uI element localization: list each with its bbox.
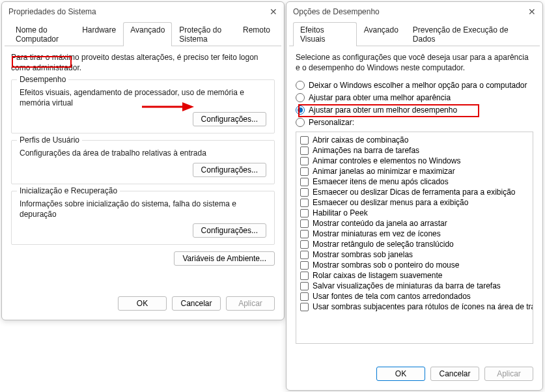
footer: OK Cancelar Aplicar xyxy=(2,290,284,320)
radio-icon xyxy=(296,81,305,90)
ok-button[interactable]: OK xyxy=(376,367,425,381)
check-row[interactable]: Esmaecer ou deslizar Dicas de ferramenta… xyxy=(299,187,530,197)
apply-button[interactable]: Aplicar xyxy=(484,367,533,381)
tab-visual-effects[interactable]: Efeitos Visuais xyxy=(293,22,357,46)
tab-system-protection[interactable]: Proteção do Sistema xyxy=(172,22,236,46)
check-label: Usar sombras subjacentes para rótulos de… xyxy=(313,302,533,311)
check-label: Habilitar o Peek xyxy=(313,208,368,217)
tab-advanced[interactable]: Avançado xyxy=(357,22,406,46)
tab-advanced[interactable]: Avançado xyxy=(123,22,172,46)
check-label: Animar janelas ao minimizar e maximizar xyxy=(313,167,455,176)
check-row[interactable]: Usar sombras subjacentes para rótulos de… xyxy=(299,301,530,312)
performance-desc: Efeitos visuais, agendamento de processa… xyxy=(20,88,266,108)
check-label: Mostrar miniaturas em vez de ícones xyxy=(313,229,441,238)
close-icon[interactable]: ✕ xyxy=(528,8,536,16)
radio-icon xyxy=(296,105,305,115)
user-profiles-settings-button[interactable]: Configurações... xyxy=(193,163,266,177)
user-profiles-title: Perfis de Usuário xyxy=(17,135,82,145)
check-label: Usar fontes de tela com cantos arredonda… xyxy=(313,292,471,301)
tab-hardware[interactable]: Hardware xyxy=(75,22,123,46)
checkbox-icon xyxy=(300,157,309,165)
titlebar: Opções de Desempenho ✕ xyxy=(286,2,542,21)
system-properties-window: Propriedades do Sistema ✕ Nome do Comput… xyxy=(1,1,285,320)
window-title: Propriedades do Sistema xyxy=(8,7,96,16)
check-row[interactable]: Mostrar conteúdo da janela ao arrastar xyxy=(299,218,530,229)
checkbox-icon xyxy=(300,209,309,217)
check-row[interactable]: Mostrar miniaturas em vez de ícones xyxy=(299,229,530,239)
checkbox-icon xyxy=(300,219,309,228)
check-row[interactable]: Esmaecer ou deslizar menus para a exibiç… xyxy=(299,197,530,208)
check-label: Animações na barra de tarefas xyxy=(313,146,419,155)
checkbox-icon xyxy=(300,199,309,207)
radio-label: Ajustar para obter um melhor desempenho xyxy=(309,105,457,115)
check-row[interactable]: Rolar caixas de listagem suavemente xyxy=(299,270,530,281)
check-row[interactable]: Usar fontes de tela com cantos arredonda… xyxy=(299,291,530,301)
check-label: Animar controles e elementos no Windows xyxy=(313,156,460,165)
radio-label: Ajustar para obter uma melhor aparência xyxy=(309,93,451,102)
visual-effects-checklist[interactable]: Abrir caixas de combinaçãoAnimações na b… xyxy=(296,132,533,344)
check-row[interactable]: Esmaecer itens de menu após clicados xyxy=(299,176,530,187)
instructions: Selecione as configurações que você dese… xyxy=(296,53,533,73)
performance-settings-button[interactable]: Configurações... xyxy=(193,112,266,126)
check-row[interactable]: Animar janelas ao minimizar e maximizar xyxy=(299,166,530,176)
startup-recovery-desc: Informações sobre inicialização do siste… xyxy=(20,199,266,219)
radio-label: Deixar o Windows escolher a melhor opção… xyxy=(309,81,527,90)
tab-dep[interactable]: Prevenção de Execução de Dados xyxy=(406,22,536,46)
check-label: Rolar caixas de listagem suavemente xyxy=(313,271,442,280)
radio-custom[interactable]: Personalizar: xyxy=(296,117,533,129)
radio-label: Personalizar: xyxy=(309,118,354,127)
checkbox-icon xyxy=(300,282,309,290)
ok-button[interactable]: OK xyxy=(118,296,167,311)
admin-note: Para tirar o máximo proveito destas alte… xyxy=(11,53,275,73)
checkbox-icon xyxy=(300,136,309,145)
checkbox-icon xyxy=(300,230,309,238)
body: Selecione as configurações que você dese… xyxy=(286,46,542,350)
check-row[interactable]: Animações na barra de tarefas xyxy=(299,145,530,156)
cancel-button[interactable]: Cancelar xyxy=(172,296,221,311)
tabs: Nome do Computador Hardware Avançado Pro… xyxy=(5,21,281,46)
tab-remote[interactable]: Remoto xyxy=(236,22,277,46)
check-label: Esmaecer ou deslizar menus para a exibiç… xyxy=(313,198,468,207)
checkbox-icon xyxy=(300,272,309,280)
startup-recovery-settings-button[interactable]: Configurações... xyxy=(193,223,266,238)
performance-options-window: Opções de Desempenho ✕ Efeitos Visuais A… xyxy=(286,1,543,391)
radio-icon xyxy=(296,118,305,127)
radio-best-performance[interactable]: Ajustar para obter um melhor desempenho xyxy=(296,104,533,117)
check-row[interactable]: Animar controles e elementos no Windows xyxy=(299,156,530,166)
radio-icon xyxy=(296,93,305,102)
footer: OK Cancelar Aplicar xyxy=(286,360,542,390)
radio-list: Deixar o Windows escolher a melhor opção… xyxy=(296,79,533,129)
checkbox-icon xyxy=(300,251,309,259)
radio-let-windows-choose[interactable]: Deixar o Windows escolher a melhor opção… xyxy=(296,79,533,92)
cancel-button[interactable]: Cancelar xyxy=(430,367,479,381)
performance-group: Desempenho Efeitos visuais, agendamento … xyxy=(11,79,275,133)
check-row[interactable]: Abrir caixas de combinação xyxy=(299,135,530,145)
check-row[interactable]: Habilitar o Peek xyxy=(299,208,530,218)
check-label: Mostrar sombras sob o ponteiro do mouse xyxy=(313,260,459,270)
check-label: Mostrar retângulo de seleção translúcido xyxy=(313,240,454,249)
startup-recovery-group: Inicialização e Recuperação Informações … xyxy=(11,191,275,245)
check-row[interactable]: Salvar visualizações de miniaturas da ba… xyxy=(299,281,530,291)
performance-title: Desempenho xyxy=(17,75,68,84)
titlebar: Propriedades do Sistema ✕ xyxy=(2,2,284,21)
checkbox-icon xyxy=(300,261,309,270)
check-label: Esmaecer ou deslizar Dicas de ferramenta… xyxy=(313,188,515,197)
checkbox-icon xyxy=(300,303,309,311)
environment-variables-button[interactable]: Variáveis de Ambiente... xyxy=(174,251,275,266)
tab-computer-name[interactable]: Nome do Computador xyxy=(8,22,75,46)
check-label: Salvar visualizações de miniaturas da ba… xyxy=(313,281,501,290)
startup-recovery-title: Inicialização e Recuperação xyxy=(17,186,120,195)
close-icon[interactable]: ✕ xyxy=(270,8,277,16)
radio-best-appearance[interactable]: Ajustar para obter uma melhor aparência xyxy=(296,92,533,104)
check-row[interactable]: Mostrar sombras sob o ponteiro do mouse xyxy=(299,260,530,270)
user-profiles-group: Perfis de Usuário Configurações da área … xyxy=(11,140,275,184)
tabs: Efeitos Visuais Avançado Prevenção de Ex… xyxy=(289,21,540,46)
body: Para tirar o máximo proveito destas alte… xyxy=(2,46,284,272)
check-row[interactable]: Mostrar retângulo de seleção translúcido xyxy=(299,239,530,249)
apply-button[interactable]: Aplicar xyxy=(226,296,275,311)
user-profiles-desc: Configurações da área de trabalho relati… xyxy=(20,148,266,159)
check-label: Mostrar conteúdo da janela ao arrastar xyxy=(313,219,447,228)
check-label: Abrir caixas de combinação xyxy=(313,135,408,145)
checkbox-icon xyxy=(300,178,309,186)
check-row[interactable]: Mostrar sombras sob janelas xyxy=(299,249,530,260)
